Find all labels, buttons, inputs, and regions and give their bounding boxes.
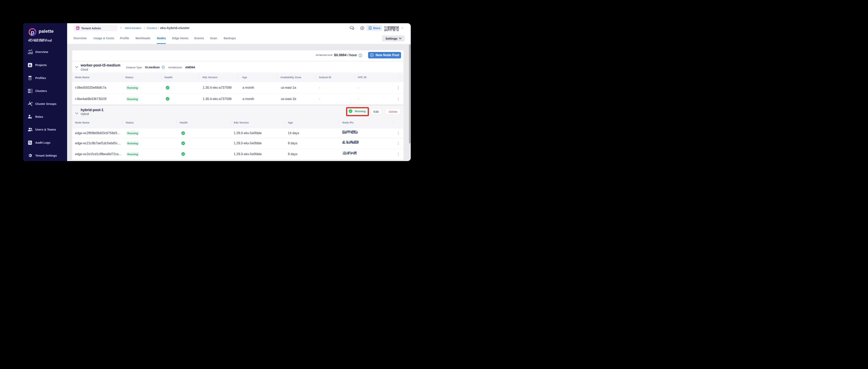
svg-text:p: p (31, 29, 34, 36)
